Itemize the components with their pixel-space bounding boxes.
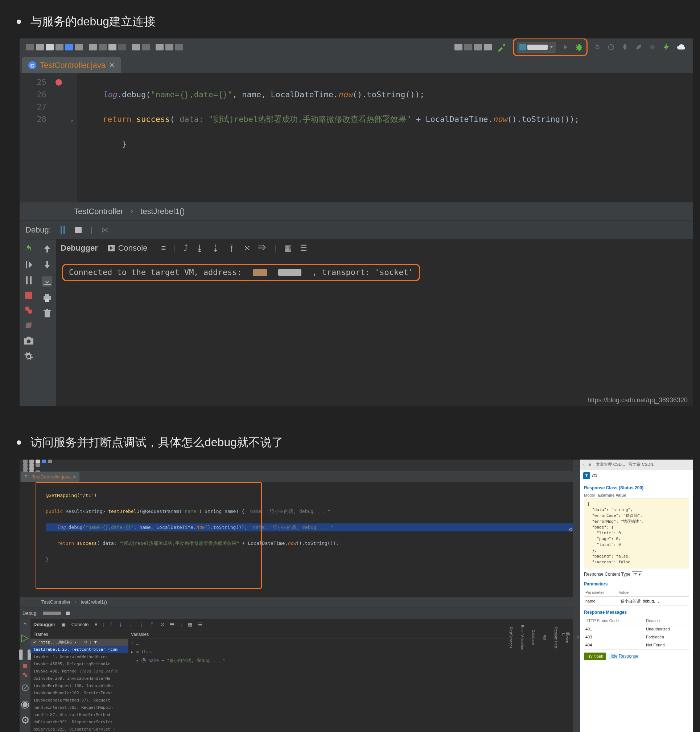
stop-icon[interactable] — [25, 292, 32, 299]
redacted-left-icons — [26, 44, 83, 50]
stack-frame[interactable]: handle:87, AbstractHandlerMethod — [31, 711, 128, 719]
close-tab-icon[interactable]: ✕ — [73, 475, 76, 479]
rerun-green-icon[interactable] — [24, 244, 33, 253]
var-input[interactable]: + … — [128, 639, 573, 647]
breadcrumb-class[interactable]: TestController — [74, 207, 123, 216]
settings-gear-icon[interactable]: ⚙ — [569, 527, 573, 532]
view-breakpoints-icon[interactable] — [25, 306, 32, 314]
stack-frame[interactable]: doDispatch:991, DispatcherServlet — [31, 719, 128, 726]
breakpoint-gutter[interactable] — [51, 73, 67, 203]
mute-breakpoints-icon[interactable]: ⊘ — [21, 682, 29, 694]
svg-rect-5 — [75, 227, 82, 233]
debug-bug-icon[interactable] — [575, 43, 584, 51]
debug-toolwindow-header-2: Debug: ⚙ — [19, 608, 573, 619]
api-header[interactable]: T /t1 — [580, 470, 693, 481]
param-value-input[interactable] — [619, 598, 662, 604]
stack-frame[interactable]: invokeHandlerMethod:877, Request — [31, 697, 128, 704]
pause-icon[interactable] — [25, 276, 32, 284]
api-path: /t1 — [592, 473, 597, 479]
structure-breadcrumb-2[interactable]: TestController›testJrebel1() — [19, 597, 573, 608]
view-breakpoints-icon[interactable] — [23, 673, 28, 677]
camera-icon[interactable] — [24, 337, 33, 345]
print-icon[interactable] — [43, 294, 51, 302]
evaluate-icon[interactable]: ▦ — [284, 243, 292, 253]
show-exec-point-icon[interactable]: ≡ — [161, 243, 166, 253]
drop-frame-icon[interactable]: ⤭ — [244, 243, 250, 253]
console-highlight-box: Connected to the target VM, address: , t… — [62, 264, 420, 281]
structure-breadcrumb[interactable]: TestController › testJrebel1() — [19, 203, 693, 220]
bullet-dot — [17, 440, 21, 445]
run-configuration-dropdown[interactable] — [517, 42, 556, 53]
file-tab[interactable]: C TestController.java ✕ — [22, 57, 121, 73]
close-tab-icon[interactable]: ✕ — [109, 61, 115, 69]
step-out-icon[interactable]: ⭱ — [228, 243, 236, 253]
stack-frame[interactable]: doService:925, DispatcherServlet ( — [31, 726, 128, 732]
profiler-icon[interactable] — [607, 43, 615, 51]
hammer-build-icon[interactable] — [498, 43, 507, 52]
step-into-icon[interactable]: ⭳ — [196, 243, 204, 253]
console-tab[interactable]: Console — [71, 622, 89, 627]
console-tab[interactable]: Console — [108, 243, 148, 253]
run-icon[interactable] — [562, 44, 569, 51]
stop-square-icon[interactable] — [66, 611, 70, 615]
breadcrumb-method[interactable]: testJrebel1() — [140, 207, 185, 216]
stack-frame[interactable]: invoke:498, Method (java.lang.refle — [31, 668, 128, 675]
thread-selector[interactable]: ✔ "http...UNNING ▾ ⟲ ↓ ▼ — [31, 639, 128, 646]
content-type-select[interactable]: */* ▾ — [632, 571, 642, 577]
settings-gear-icon[interactable]: ⚙ — [21, 714, 30, 726]
settings-gear-icon[interactable] — [24, 352, 33, 361]
force-step-into-icon[interactable]: ⭭ — [212, 243, 220, 253]
stack-frame[interactable]: invoke:-1, GeneratedMethodAcces — [31, 653, 128, 660]
right-tool-strip[interactable]: m Maven Remote Host Ant Database Bean Va… — [573, 460, 580, 732]
file-tab[interactable]: C TestController.java ✕ — [21, 472, 79, 482]
frames-panel[interactable]: Frames ✔ "http...UNNING ▾ ⟲ ↓ ▼ testJreb… — [31, 631, 128, 732]
resume-icon[interactable] — [25, 260, 32, 269]
maven-toolwindow-button[interactable]: m — [576, 636, 580, 639]
hide-response-link[interactable]: Hide Response — [609, 654, 638, 659]
rerun-icon[interactable] — [593, 43, 601, 51]
example-json[interactable]: { "data": "string", "errorCode": "错误码", … — [584, 498, 689, 569]
step-over-icon[interactable]: ⤴ — [184, 243, 188, 253]
browser-back-icon[interactable]: ⟨ — [583, 462, 585, 467]
fold-gutter[interactable]: ⌄ — [67, 73, 77, 203]
code-editor[interactable]: 25262728 ⌄ log.debug("name={},date={}", … — [19, 73, 693, 203]
debug-session-icon[interactable] — [60, 226, 66, 234]
console-output[interactable]: Connected to the target VM, address: , t… — [56, 257, 693, 288]
try-it-out-button[interactable]: Try it out! — [584, 653, 606, 660]
down-stack-icon[interactable] — [44, 260, 51, 269]
watermark-url: https://blog.csdn.net/qq_38936320 — [588, 397, 688, 404]
jrebel-rocket-icon[interactable] — [621, 43, 629, 51]
fold-handle-icon[interactable]: ⌄ — [67, 113, 77, 125]
stack-frame[interactable]: doInvoke:209, InvocableHandlerMe — [31, 675, 128, 682]
stack-frame[interactable]: invokeAndHandle:102, ServletInvoc — [31, 689, 128, 697]
debugger-tab[interactable]: Debugger — [33, 622, 56, 627]
step-toolbar: ≡ | ⤴ ⭳ ⭭ ⭱ ⤭ ⭆ | ▦ ☰ — [161, 243, 307, 253]
trace-icon[interactable]: ☰ — [300, 243, 307, 253]
browser-tabs[interactable]: ⟨ ⛨ 文章管理-CSD... 写文章-CSDN... — [580, 460, 693, 470]
stack-frame[interactable]: invoke:45005, DelegatingMethodAc — [31, 660, 128, 668]
stop-square-icon[interactable] — [75, 227, 82, 233]
up-stack-icon[interactable] — [44, 244, 51, 253]
variables-panel[interactable]: Variables◻ ◻ + … ▸ ≡ this ▸ ⓟ name = "猫小… — [128, 631, 573, 732]
stack-frame[interactable]: testJrebel1:25, TestController (com — [31, 646, 128, 653]
jrebel-leaf-icon[interactable] — [635, 43, 643, 51]
run-to-cursor-icon[interactable]: ⭆ — [258, 243, 266, 253]
console-play-icon — [108, 245, 115, 251]
mute-breakpoints-icon[interactable] — [25, 321, 32, 329]
cloud-icon[interactable] — [677, 43, 686, 51]
bug-dark-icon[interactable] — [649, 43, 656, 51]
stop-icon[interactable] — [23, 664, 27, 668]
breakpoint-marker-icon[interactable] — [56, 79, 62, 85]
resume-icon[interactable]: ▷ — [21, 632, 29, 644]
jrebel-bolt-icon[interactable] — [662, 43, 671, 51]
trash-icon[interactable] — [44, 309, 51, 318]
camera-icon[interactable]: ◉ — [21, 698, 29, 710]
skip-back-icon[interactable]: ⋉ — [101, 225, 109, 235]
stack-frame[interactable]: invokeForRequest:136, InvocableHa — [31, 682, 128, 689]
rerun-green-icon[interactable] — [22, 622, 28, 627]
step-into-boxed-icon[interactable] — [42, 276, 52, 287]
code-body[interactable]: log.debug("name={},date={}", name, Local… — [77, 73, 693, 203]
code-editor-2[interactable]: @GetMapping("/t1") public Result<String>… — [19, 482, 573, 597]
stack-frame[interactable]: handleInternal:783, RequestMappin — [31, 704, 128, 711]
debugger-tab[interactable]: Debugger — [60, 243, 98, 253]
